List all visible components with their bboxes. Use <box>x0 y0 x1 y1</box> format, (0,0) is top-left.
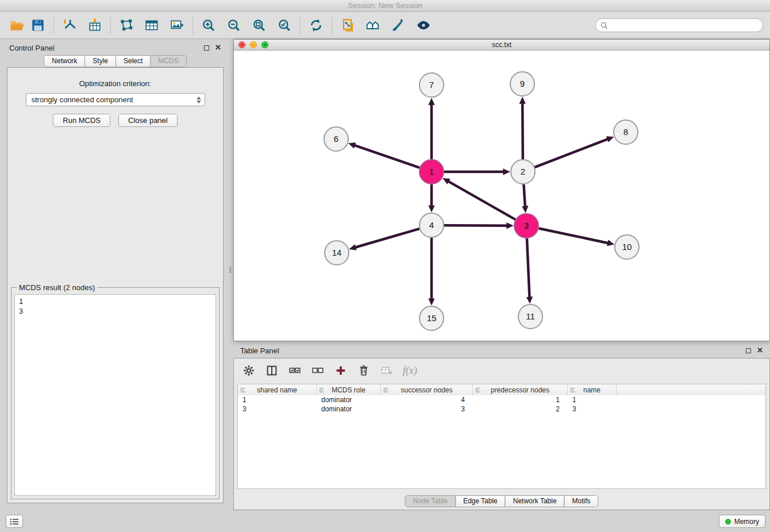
delete-table-button[interactable] <box>380 364 394 377</box>
import-network-icon <box>62 18 77 33</box>
edge-2-9[interactable] <box>522 103 523 159</box>
node-11[interactable]: 11 <box>518 304 542 329</box>
column-header-mcds-role[interactable]: MCDS role <box>317 384 381 395</box>
node-7[interactable]: 7 <box>419 73 444 97</box>
node-4[interactable]: 4 <box>419 213 444 237</box>
table-cell[interactable]: 1 <box>568 395 617 404</box>
node-3[interactable]: 3 <box>514 214 538 238</box>
criterion-select[interactable]: strongly connected component <box>26 93 205 106</box>
zoom-in-button[interactable] <box>198 15 219 36</box>
edge-2-8[interactable] <box>535 139 609 167</box>
table-cell[interactable]: 1 <box>238 395 317 404</box>
edge-4-3[interactable] <box>444 225 507 226</box>
table-cell[interactable]: 3 <box>238 404 317 414</box>
table-cell[interactable]: dominator <box>317 404 381 414</box>
svg-text:10: 10 <box>622 242 632 252</box>
window-zoom-icon[interactable]: + <box>261 41 268 48</box>
zoom-selected-button[interactable] <box>274 15 295 36</box>
panel-splitter[interactable]: ••• <box>228 39 233 510</box>
panel-chooser-button[interactable] <box>6 515 23 528</box>
column-header-predecessor-nodes[interactable]: predecessor nodes <box>473 384 568 395</box>
float-panel-icon[interactable] <box>204 45 209 51</box>
zoom-out-button[interactable] <box>224 15 244 36</box>
copy-network-view-button[interactable] <box>337 15 358 36</box>
tab-mcds[interactable]: MCDS <box>150 55 186 67</box>
search-input[interactable] <box>611 21 758 30</box>
node-6[interactable]: 6 <box>324 127 348 151</box>
column-header-label: predecessor nodes <box>491 386 549 394</box>
node-15[interactable]: 15 <box>419 306 444 330</box>
show-columns-button[interactable] <box>265 364 279 377</box>
status-bar: Memory <box>0 511 770 532</box>
open-session-button[interactable] <box>7 15 28 36</box>
tab-node-table[interactable]: Node Table <box>405 495 456 507</box>
home-network-button[interactable] <box>363 15 383 36</box>
column-header-successor-nodes[interactable]: successor nodes <box>381 384 473 395</box>
new-network-button[interactable] <box>116 15 137 36</box>
tab-edge-table[interactable]: Edge Table <box>455 495 506 507</box>
import-network-button[interactable] <box>59 15 80 36</box>
table-cell[interactable]: 4 <box>381 395 473 404</box>
add-column-button[interactable] <box>334 364 348 377</box>
node-9[interactable]: 9 <box>510 72 534 96</box>
edge-3-11[interactable] <box>527 238 530 298</box>
export-image-button[interactable] <box>167 15 187 36</box>
table-cell[interactable]: 1 <box>473 395 568 404</box>
control-panel: Control Panel ✕ NetworkStyleSelectMCDS O… <box>2 40 228 503</box>
edge-1-6[interactable] <box>354 145 419 168</box>
deselect-all-button[interactable] <box>311 364 325 377</box>
tab-network-table[interactable]: Network Table <box>505 495 565 507</box>
window-minimize-icon[interactable]: − <box>250 41 257 48</box>
search-box[interactable] <box>595 18 763 32</box>
home-pair-icon <box>365 18 380 33</box>
save-session-button[interactable] <box>28 15 48 36</box>
node-8[interactable]: 8 <box>614 120 638 144</box>
edge-3-10[interactable] <box>539 229 609 244</box>
zoom-fit-button[interactable] <box>249 15 270 36</box>
select-all-button[interactable] <box>288 364 302 377</box>
node-2[interactable]: 2 <box>511 160 535 184</box>
memory-label: Memory <box>734 518 759 526</box>
table-header-row: shared nameMCDS rolesuccessor nodesprede… <box>238 384 765 395</box>
table-cell[interactable]: dominator <box>317 395 381 404</box>
table-row[interactable]: 3dominator323 <box>238 404 765 414</box>
float-table-panel-icon[interactable] <box>746 348 751 353</box>
column-header-name[interactable]: name <box>568 384 617 395</box>
close-panel-button[interactable]: Close panel <box>118 114 178 127</box>
close-panel-icon[interactable]: ✕ <box>215 44 221 51</box>
plus-icon <box>334 364 347 377</box>
node-1[interactable]: 1 <box>419 160 444 184</box>
table-cell[interactable]: 2 <box>473 404 568 414</box>
table-settings-button[interactable] <box>242 364 256 377</box>
network-window-titlebar[interactable]: ✕ − + scc.txt <box>234 40 769 51</box>
new-table-button[interactable] <box>141 15 162 36</box>
close-table-panel-icon[interactable]: ✕ <box>757 347 763 354</box>
edge-4-14[interactable] <box>355 229 419 248</box>
tab-style[interactable]: Style <box>84 55 116 67</box>
run-mcds-button[interactable]: Run MCDS <box>53 114 110 127</box>
tab-motifs[interactable]: Motifs <box>564 495 599 507</box>
table-cell[interactable]: 3 <box>381 404 473 414</box>
apply-style-button[interactable] <box>388 15 409 36</box>
function-builder-button[interactable]: f(x) <box>403 365 417 377</box>
mcds-result-list[interactable]: 13 <box>14 294 216 496</box>
edge-3-1[interactable] <box>448 181 515 219</box>
column-header-shared-name[interactable]: shared name <box>238 384 317 395</box>
edge-2-3[interactable] <box>523 184 525 207</box>
memory-button[interactable]: Memory <box>719 515 765 528</box>
window-close-icon[interactable]: ✕ <box>238 41 245 48</box>
table-row[interactable]: 1dominator411 <box>238 395 765 404</box>
svg-text:1: 1 <box>429 167 434 176</box>
network-graph[interactable]: 7968124314101511 <box>234 51 769 341</box>
tab-network[interactable]: Network <box>44 55 85 67</box>
delete-column-button[interactable] <box>357 364 371 377</box>
node-14[interactable]: 14 <box>325 241 349 265</box>
export-image-icon <box>170 18 184 33</box>
import-table-button[interactable] <box>84 15 105 36</box>
apply-layout-button[interactable] <box>306 15 326 36</box>
show-hide-button[interactable] <box>413 15 434 36</box>
toolbar-separator <box>300 17 301 34</box>
table-cell[interactable]: 3 <box>568 404 617 414</box>
node-10[interactable]: 10 <box>615 235 639 259</box>
tab-select[interactable]: Select <box>116 55 151 67</box>
